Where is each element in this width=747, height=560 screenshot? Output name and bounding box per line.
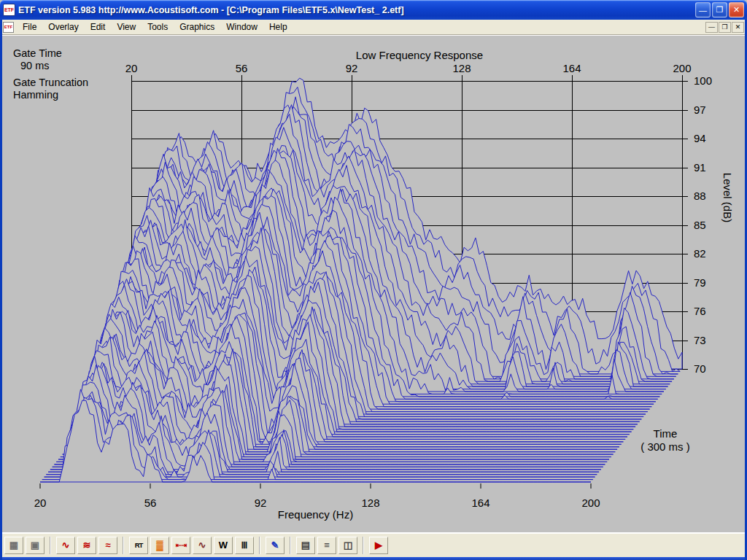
- report-icon: ≡: [324, 540, 330, 551]
- svg-text:91: 91: [694, 161, 706, 174]
- svg-text:85: 85: [694, 219, 706, 231]
- svg-text:70: 70: [694, 362, 706, 375]
- step-response-icon: ∿: [198, 540, 206, 551]
- svg-text:Time: Time: [654, 427, 678, 440]
- comb-filter-icon: Ⅲ: [241, 540, 248, 551]
- step-response-button[interactable]: ∿: [193, 537, 212, 554]
- waterfall-button[interactable]: ≋: [77, 537, 96, 554]
- spectrogram-icon: ▓: [156, 540, 163, 551]
- svg-text:128: 128: [452, 62, 471, 74]
- window-left-border: [0, 20, 2, 560]
- menu-item-file[interactable]: File: [17, 20, 42, 34]
- svg-text:128: 128: [361, 497, 379, 509]
- svg-text:56: 56: [236, 62, 248, 74]
- window-title: ETF version 5.983 http://www.Acoustisoft…: [18, 5, 695, 15]
- svg-text:164: 164: [562, 62, 581, 74]
- svg-text:20: 20: [34, 497, 47, 509]
- time-gating-button[interactable]: ⇤⇥: [171, 537, 190, 554]
- svg-text:79: 79: [694, 276, 706, 289]
- mdi-document-icon[interactable]: ETF: [3, 22, 14, 33]
- spl-meter-icon: ▦: [9, 540, 18, 551]
- window-function-button[interactable]: W: [214, 537, 233, 554]
- window-bottom-border: [0, 557, 747, 560]
- svg-text:92: 92: [346, 62, 358, 74]
- svg-text:200: 200: [581, 497, 600, 509]
- toolbar: ▦▣∿≋≈RT▓⇤⇥∿WⅢ✎▤≡◫▶: [0, 532, 747, 557]
- frequency-response-icon: ≈: [105, 540, 110, 551]
- menu-item-view[interactable]: View: [111, 20, 142, 34]
- restore-button[interactable]: ❐: [712, 2, 727, 18]
- menu-item-tools[interactable]: Tools: [142, 20, 174, 34]
- waterfall-icon: ≋: [83, 540, 91, 551]
- svg-text:76: 76: [694, 305, 706, 317]
- tools-button[interactable]: ✎: [266, 537, 285, 554]
- rt60-icon: RT: [135, 541, 143, 549]
- svg-text:100: 100: [694, 74, 712, 87]
- menu-item-help[interactable]: Help: [263, 20, 293, 34]
- frequency-response-button[interactable]: ≈: [98, 537, 117, 554]
- menu-item-overlay[interactable]: Overlay: [42, 20, 84, 34]
- impulse-response-button[interactable]: ∿: [56, 537, 75, 554]
- svg-text:97: 97: [694, 104, 706, 116]
- svg-text:88: 88: [694, 190, 706, 202]
- print-icon: ▤: [301, 540, 310, 551]
- svg-text:73: 73: [694, 334, 706, 346]
- svg-text:94: 94: [694, 132, 706, 144]
- impulse-response-icon: ∿: [62, 540, 70, 551]
- window-controls: —❐✕: [695, 2, 744, 18]
- time-gating-icon: ⇤⇥: [176, 541, 186, 549]
- svg-text:Level (dB): Level (dB): [721, 173, 734, 222]
- svg-text:20: 20: [125, 62, 138, 74]
- spectrogram-button[interactable]: ▓: [150, 537, 169, 554]
- tools-icon: ✎: [271, 540, 279, 551]
- menubar: ETF FileOverlayEditViewToolsGraphicsWind…: [0, 20, 747, 35]
- titlebar: ETF ETF version 5.983 http://www.Acousti…: [0, 0, 747, 20]
- close-button[interactable]: ✕: [729, 2, 744, 18]
- svg-text:Frequency (Hz): Frequency (Hz): [278, 508, 353, 521]
- mdi-close-button[interactable]: ✕: [732, 22, 744, 33]
- svg-text:92: 92: [255, 497, 267, 509]
- rt60-button[interactable]: RT: [129, 537, 148, 554]
- mdi-window-controls: —❐✕: [705, 22, 744, 33]
- svg-text:( 300 ms ): ( 300 ms ): [640, 440, 690, 453]
- mdi-restore-button[interactable]: ❐: [719, 22, 731, 33]
- svg-text:164: 164: [471, 497, 489, 509]
- svg-text:56: 56: [144, 497, 157, 509]
- dual-view-button[interactable]: ▣: [26, 537, 44, 554]
- waterfall-chart: 20569212816420010097949188858279767370Le…: [0, 36, 747, 532]
- plot-client-area: Gate Time 90 ms Gate Truncation Hamming …: [0, 35, 747, 532]
- dual-view-icon: ▣: [31, 540, 39, 551]
- run-measurement-button[interactable]: ▶: [369, 537, 388, 554]
- minimize-button[interactable]: —: [695, 2, 711, 18]
- spl-meter-button[interactable]: ▦: [4, 537, 23, 554]
- app-window: ETF ETF version 5.983 http://www.Acousti…: [0, 0, 747, 560]
- run-measurement-icon: ▶: [375, 540, 382, 551]
- comb-filter-button[interactable]: Ⅲ: [235, 537, 254, 554]
- menu-item-graphics[interactable]: Graphics: [174, 20, 220, 34]
- menu-items: FileOverlayEditViewToolsGraphicsWindowHe…: [17, 20, 705, 34]
- mdi-minimize-button[interactable]: —: [705, 22, 718, 33]
- overlay-chart-icon: ◫: [344, 540, 352, 551]
- window-function-icon: W: [219, 540, 228, 551]
- menu-item-edit[interactable]: Edit: [85, 20, 112, 34]
- report-button[interactable]: ≡: [317, 537, 336, 554]
- app-icon: ETF: [3, 4, 15, 16]
- svg-text:82: 82: [694, 247, 706, 260]
- menu-item-window[interactable]: Window: [220, 20, 263, 34]
- overlay-chart-button[interactable]: ◫: [338, 537, 357, 554]
- print-button[interactable]: ▤: [296, 537, 315, 554]
- svg-text:200: 200: [673, 62, 691, 74]
